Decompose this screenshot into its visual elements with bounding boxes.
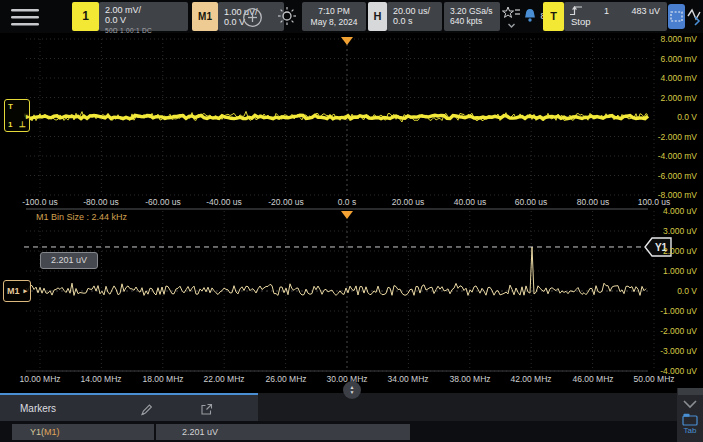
clock-date: May 8, 2024 — [302, 17, 366, 28]
clock-time: 7:10 PM — [302, 6, 366, 17]
tab-window-icon — [682, 413, 698, 426]
scrollbar-corner — [678, 388, 703, 395]
time-axis-label: -80.00 us — [70, 197, 132, 207]
fft-ylabel: -3.000 uV — [660, 346, 697, 356]
freq-axis-label: 34.00 MHz — [377, 374, 439, 384]
channel1-settings[interactable]: 2.00 mV/ 0.0 V 50Ω 1.00:1 DC — [99, 2, 188, 31]
graph-scroll-button[interactable]: ▲ ▼ — [343, 381, 361, 399]
fft-ylabel: -2.000 uV — [660, 326, 697, 336]
fft-ylabel: -1.000 uV — [660, 306, 697, 316]
plus-circle-icon — [242, 7, 263, 28]
time-axis-label: 60.00 us — [500, 197, 562, 207]
memory-depth: 640 kpts — [450, 16, 500, 26]
brightness-button[interactable] — [276, 5, 298, 27]
edit-markers-button[interactable] — [138, 402, 154, 416]
acquisition-settings[interactable]: 3.20 GSa/s 640 kpts — [444, 2, 500, 31]
fft-ylabel: 3.000 uV — [663, 226, 697, 236]
trace-level-arrow-icon: ▸ — [26, 112, 30, 121]
hamburger-icon — [10, 8, 40, 27]
menu-button[interactable] — [6, 6, 44, 28]
time-axis-label: -20.00 us — [255, 197, 317, 207]
waveform-tools-button[interactable] — [686, 4, 703, 29]
sun-icon — [277, 6, 297, 26]
freq-axis-label: 18.00 MHz — [132, 374, 194, 384]
undock-markers-button[interactable] — [198, 402, 214, 416]
bell-icon — [522, 8, 538, 24]
channel1-offset: 0.0 V — [105, 15, 188, 25]
marker-value: 2.201 uV — [182, 427, 218, 437]
freq-axis-label: 38.00 MHz — [439, 374, 501, 384]
flag-channel-number: 1 — [8, 120, 12, 129]
time-axis-label: 0.0 s — [316, 197, 378, 207]
external-link-icon — [200, 403, 213, 416]
horizontal-badge[interactable]: H — [368, 2, 387, 31]
trigger-badge[interactable]: T — [543, 2, 564, 31]
horizontal-scale: 20.00 us/ — [393, 6, 442, 16]
fft-ylabel: 2.000 uV — [663, 246, 697, 256]
fft-source-label: M1 — [7, 286, 20, 296]
fft-source-flag[interactable]: M1 ▸ — [3, 280, 31, 302]
time-plot-ylabel: 2.000 mV — [661, 93, 697, 103]
fft-ylabel: 0.0 V — [677, 286, 697, 296]
trigger-settings[interactable]: 1 483 uV Stop — [564, 2, 667, 31]
trace-level-arrow-icon: ▸ — [23, 287, 27, 295]
time-plot-ylabel: 4.000 mV — [661, 73, 697, 83]
y1-marker-readout: 2.201 uV — [40, 252, 98, 269]
math1-badge[interactable]: M1 — [192, 2, 218, 31]
marker-name-cell[interactable]: Y1(M1) — [12, 424, 154, 440]
time-plot-ylabel: -2.000 mV — [658, 132, 697, 142]
time-axis-label: 80.00 us — [562, 197, 624, 207]
collapse-panel-button[interactable] — [681, 397, 699, 411]
dashed-rect-zoom-icon — [670, 11, 683, 22]
fft-ylabel: 4.000 uV — [663, 206, 697, 216]
channel1-scale: 2.00 mV/ — [105, 5, 188, 15]
freq-axis-label: 42.00 MHz — [500, 374, 562, 384]
ground-icon: ⊥ — [19, 120, 26, 129]
results-panel: Markers Y1(M1) 2.201 uV — [0, 393, 703, 442]
time-axis-label: -60.00 us — [132, 197, 194, 207]
marker-source: M1) — [44, 427, 60, 437]
time-axis-label: -100.0 us — [9, 197, 71, 207]
time-plot-ylabel: 6.000 mV — [661, 54, 697, 64]
marker-name-prefix: Y1( — [30, 427, 44, 437]
freq-axis-label: 22.00 MHz — [193, 374, 255, 384]
chevron-down-icon — [682, 398, 698, 410]
trigger-source: 1 — [604, 6, 609, 16]
waveform-arrow-icon — [687, 6, 703, 28]
time-axis-label: 40.00 us — [439, 197, 501, 207]
trigger-mode: Stop — [571, 17, 591, 27]
channel1-badge[interactable]: 1 — [72, 2, 99, 31]
channel1-ground-flag[interactable]: T 1 ⊥ ▸ — [4, 99, 30, 132]
time-axis-label: 20.00 us — [377, 197, 439, 207]
tab-markers[interactable]: Markers — [0, 393, 258, 421]
clock-display[interactable]: 7:10 PM May 8, 2024 — [302, 2, 366, 31]
fft-bin-size: M1 Bin Size : 2.44 kHz — [36, 212, 127, 222]
quick-actions-button[interactable] — [501, 4, 522, 30]
markers-tab-label: Markers — [20, 403, 56, 414]
trigger-time-marker[interactable] — [341, 37, 353, 45]
freq-axis-label: 14.00 MHz — [70, 374, 132, 384]
time-plot-ylabel: 0.0 V — [677, 112, 697, 122]
down-arrow-icon: ▼ — [350, 390, 355, 395]
sample-rate: 3.20 GSa/s — [450, 6, 500, 16]
time-axis-label: -40.00 us — [193, 197, 255, 207]
fft-center-freq-marker[interactable] — [341, 211, 353, 219]
time-plot-ylabel: -4.000 mV — [658, 151, 697, 161]
freq-axis-label: 10.00 MHz — [9, 374, 71, 384]
flag-trigger-letter: T — [8, 102, 13, 111]
top-toolbar: 1 2.00 mV/ 0.0 V 50Ω 1.00:1 DC M1 1.00 u… — [0, 0, 703, 33]
marker-value-cell[interactable]: 2.201 uV — [156, 424, 410, 440]
panel-side-strip: Tab — [677, 388, 703, 442]
channel1-coupling: 50Ω 1.00:1 DC — [105, 26, 188, 36]
trigger-level: 483 uV — [631, 6, 660, 16]
fft-ylabel: 1.000 uV — [663, 266, 697, 276]
time-plot-ylabel: 8.000 mV — [661, 34, 697, 44]
freq-axis-label: 46.00 MHz — [562, 374, 624, 384]
zoom-select-button[interactable] — [668, 4, 685, 29]
scope-display: T 1 ⊥ ▸ 8.000 mV 6.000 mV 4.000 mV 2.000… — [0, 33, 703, 395]
horizontal-settings[interactable]: 20.00 us/ 0.0 s — [387, 2, 442, 31]
star-list-icon — [502, 5, 521, 30]
pencil-icon — [140, 403, 153, 416]
open-tab-button[interactable] — [682, 412, 698, 426]
add-channel-button[interactable] — [240, 5, 264, 29]
